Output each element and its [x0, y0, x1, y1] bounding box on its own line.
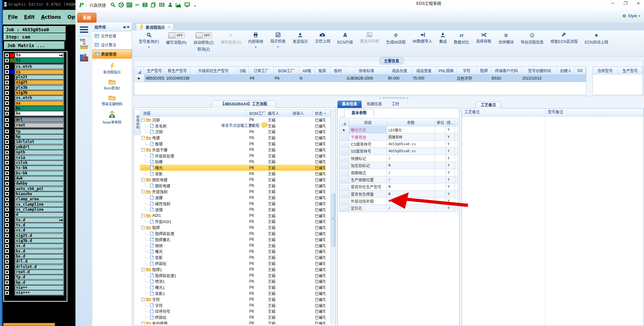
- layer-row-ss[interactable]: ss: [5, 101, 66, 106]
- ribbon-button-指示检查[interactable]: 指示检查▾: [267, 32, 289, 48]
- layer-checkbox[interactable]: [5, 160, 9, 165]
- tree-row-碱性蚀刻[interactable]: 碱性蚀刻P6王娟已编写: [140, 201, 325, 207]
- column-header-新生产型号[interactable]: 新生产型号: [165, 67, 190, 74]
- cell-创建人[interactable]: [556, 74, 573, 82]
- tree-row-有铅喷锡[interactable]: −有铅喷锡P6王娟已编写: [140, 320, 325, 324]
- layer-checkbox[interactable]: [5, 171, 9, 175]
- expand-minus-icon[interactable]: −: [141, 190, 145, 193]
- tab-工时[interactable]: 工时: [387, 101, 404, 108]
- param-row-是否存在生产型号[interactable]: 是否存在生产型号NY: [339, 183, 458, 190]
- layer-row-pln3b[interactable]: pln3b: [5, 85, 66, 90]
- cell-型号创建时间[interactable]: 2022/10/13: [521, 74, 556, 82]
- ribbon-button-集成[interactable]: 集成: [435, 32, 450, 44]
- sidebar-item-文件处理[interactable]: 文件处理: [92, 32, 132, 40]
- layer-row-sig3b[interactable]: sig3b: [5, 90, 66, 95]
- expand-minus-icon[interactable]: −: [141, 214, 145, 217]
- toolbar-film-button[interactable]: [142, 2, 148, 8]
- chevron-down-icon[interactable]: ▾: [255, 46, 257, 49]
- tree-row-电镀[interactable]: −电镀P6王娟已编写: [140, 135, 325, 141]
- tree-row-阻焊前处理[interactable]: 阻焊前处理P6王娟已编写: [140, 230, 325, 237]
- tool-新流程指示[interactable]: 新流程指示: [92, 63, 132, 74]
- param-value[interactable]: 4b53g05sa0.cs: [387, 141, 435, 148]
- expand-minus-icon[interactable]: −: [141, 148, 145, 152]
- tree-row-终固化[interactable]: 终固化P6王娟已编写: [140, 314, 325, 320]
- param-value[interactable]: N: [387, 162, 435, 169]
- layer-row-clamp_area[interactable]: clamp_area: [5, 197, 66, 202]
- layer-checkbox[interactable]: [5, 254, 9, 259]
- tree-row-预烘[interactable]: 预烘P6王娟已编写: [140, 243, 325, 249]
- toolbar-table-grid-button[interactable]: ▾: [127, 2, 132, 8]
- layer-row-to.d[interactable]: to.d▶▦: [5, 218, 66, 223]
- layer-checkbox[interactable]: [5, 202, 9, 207]
- layer-checkbox[interactable]: [5, 91, 9, 95]
- layer-row-drlslot.d[interactable]: drlslot.d: [5, 265, 66, 269]
- ribbon-button-型号查询(F)[interactable]: 型号查询(F)▾: [135, 32, 162, 49]
- tree-column-流程[interactable]: 流程: [140, 110, 247, 117]
- tab-basic-params[interactable]: 基本参数: [344, 110, 374, 117]
- layer-row-ss.etch[interactable]: ss.etch: [5, 96, 66, 100]
- layer-row-cvia[interactable]: cvia: [5, 155, 66, 160]
- tree-row-退膜[interactable]: 退膜P6王娟已编写: [140, 195, 325, 201]
- tree-row-阻焊塞孔[interactable]: 阻焊塞孔P6王娟已编写: [140, 237, 325, 243]
- toolbar-user-button[interactable]: [168, 2, 173, 7]
- column-header-生产型号[interactable]: 生产型号: [618, 67, 643, 74]
- layer-checkbox[interactable]: [5, 207, 9, 212]
- tree-row-沉铜[interactable]: 沉铜P6王娟已编写: [140, 129, 325, 135]
- tree-row-显影1[interactable]: 显影1P6王娟已编写: [140, 290, 325, 296]
- layer-checkbox[interactable]: [5, 187, 9, 191]
- cell-成品长度[interactable]: 90.000: [386, 74, 411, 82]
- toolbar-scissors-button[interactable]: ✂: [135, 2, 139, 8]
- tree-row-图形电镀[interactable]: −图形电镀P6王娟已编写: [140, 177, 325, 183]
- hamburger-menu-icon[interactable]: [80, 26, 88, 33]
- param-row-周期格式[interactable]: 周期格式/Y: [339, 169, 458, 176]
- tree-column-BOM工厂[interactable]: BOM工厂: [247, 110, 265, 117]
- cell-BOM工厂[interactable]: P6: [273, 74, 298, 82]
- layer-row-tp.d[interactable]: tp.d: [5, 275, 66, 280]
- tree-row-外层蚀刻[interactable]: −外层蚀刻P6王娟已编写: [140, 189, 325, 195]
- ribbon-button-MI数据导入[interactable]: MI数据导入: [409, 32, 435, 44]
- column-header-终端客户代码[interactable]: 终端客户代码: [491, 67, 522, 74]
- expand-minus-icon[interactable]: −: [141, 268, 145, 271]
- layer-row-bs[interactable]: bs: [5, 106, 66, 111]
- ribbon-button-ECN升级[interactable]: AECN升级: [334, 32, 356, 45]
- sidebar-item-设计算法[interactable]: 设计算法: [92, 40, 132, 49]
- layer-row-cs.etch[interactable]: cs.etch: [5, 64, 66, 69]
- cell-升级前旧生产型号[interactable]: [190, 74, 237, 82]
- layer-row-ts.d[interactable]: ts.d: [5, 223, 66, 228]
- column-header-创建人[interactable]: 创建人: [557, 67, 575, 74]
- cell-终端客户代码[interactable]: B53G: [490, 74, 521, 82]
- layer-checkbox[interactable]: [5, 101, 9, 105]
- layer-row-bp[interactable]: bp: [5, 134, 66, 139]
- layer-row-cs.d[interactable]: cs.d: [5, 228, 66, 233]
- layer-row-rout[interactable]: rout: [5, 123, 66, 128]
- layer-row-npth[interactable]: npth: [5, 150, 66, 155]
- layer-checkbox[interactable]: [5, 265, 9, 269]
- ribbon-button-sublabel[interactable]: 取消(Z): [197, 46, 210, 52]
- column-header-订单工厂[interactable]: 订单工厂: [249, 67, 274, 74]
- menu-edit[interactable]: Edit: [24, 14, 35, 20]
- column-header-S板[interactable]: S板: [237, 67, 249, 74]
- toolbar-chart-button[interactable]: [176, 3, 181, 7]
- layer-checkbox[interactable]: [5, 192, 9, 196]
- tree-row-显影[interactable]: 显影P6王娟已编写: [140, 254, 325, 260]
- layer-row-bp.d[interactable]: bp.d: [5, 280, 66, 285]
- layer-row-via++[interactable]: via++: [5, 285, 66, 290]
- toolbar-life-ring-button[interactable]: ▾: [118, 2, 124, 8]
- param-value[interactable]: /: [387, 176, 435, 183]
- layer-row-tp[interactable]: tp: [5, 129, 66, 134]
- layer-row-sig3b.d[interactable]: sig3b.d: [5, 238, 66, 243]
- process-flow-tab[interactable]: 【4B53G05SA0】工艺流程: [211, 101, 276, 108]
- tree-column-核审人[interactable]: 核审人: [290, 110, 312, 117]
- layer-checkbox[interactable]: [5, 53, 9, 58]
- tree-row-曝光1[interactable]: 曝光1P6王娟已编写: [140, 284, 325, 290]
- maximize-button[interactable]: ❐: [622, 1, 629, 6]
- tool-Nope单审核[interactable]: Nope单审核: [92, 111, 132, 124]
- column-header-成品宽度[interactable]: 成品宽度: [412, 67, 436, 74]
- tree-row-终固化[interactable]: 终固化P6王娟已编写: [140, 260, 325, 266]
- back-arrow-icon[interactable]: ◀: [123, 25, 125, 29]
- layer-checkbox[interactable]: [5, 280, 9, 285]
- layer-checkbox[interactable]: [5, 80, 9, 85]
- layer-row-drl.d[interactable]: drl.d: [5, 259, 66, 264]
- column-header-型号创建时间[interactable]: 型号创建时间: [522, 67, 557, 74]
- ribbon-button-生成MI流程[interactable]: ⚙生成MI流程: [383, 32, 409, 45]
